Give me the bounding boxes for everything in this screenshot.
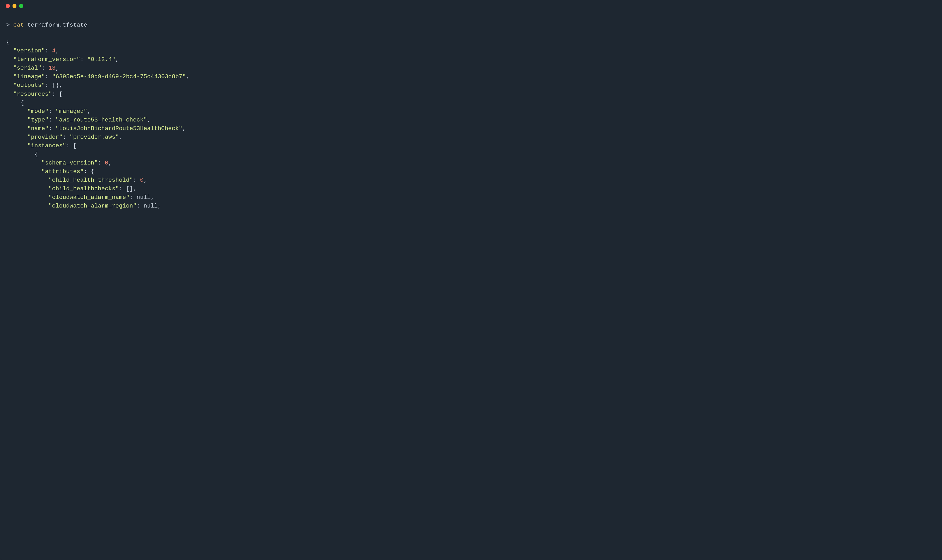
code-line: "child_health_threshold": 0, — [6, 176, 936, 185]
code-line: "schema_version": 0, — [6, 159, 936, 168]
command-arg: terraform.tfstate — [24, 22, 87, 28]
close-icon[interactable] — [6, 4, 10, 8]
code-line: "provider": "provider.aws", — [6, 133, 936, 142]
command-line: > cat terraform.tfstate — [6, 21, 936, 29]
title-bar — [0, 0, 942, 12]
code-line: "resources": [ — [6, 90, 936, 98]
terminal-window: > cat terraform.tfstate { "version": 4, … — [0, 0, 942, 560]
code-line: { — [6, 150, 936, 159]
code-line: "attributes": { — [6, 168, 936, 176]
prompt: > — [6, 22, 13, 28]
code-line: { — [6, 98, 936, 107]
code-line: "cloudwatch_alarm_region": null, — [6, 202, 936, 211]
code-line: "mode": "managed", — [6, 107, 936, 116]
code-line: "serial": 13, — [6, 64, 936, 72]
maximize-icon[interactable] — [19, 4, 23, 8]
code-line: "terraform_version": "0.12.4", — [6, 55, 936, 64]
code-line: "cloudwatch_alarm_name": null, — [6, 193, 936, 202]
command: cat — [13, 22, 24, 28]
terminal-content[interactable]: > cat terraform.tfstate { "version": 4, … — [0, 12, 942, 211]
code-line: "outputs": {}, — [6, 81, 936, 90]
code-line: "type": "aws_route53_health_check", — [6, 116, 936, 125]
minimize-icon[interactable] — [12, 4, 17, 8]
code-line: "instances": [ — [6, 142, 936, 150]
code-line: "name": "LouisJohnBichardRoute53HealthCh… — [6, 125, 936, 133]
blank-line — [6, 29, 936, 38]
code-line: "lineage": "6395ed5e-49d9-d469-2bc4-75c4… — [6, 72, 936, 81]
code-line: "version": 4, — [6, 47, 936, 55]
code-line: { — [6, 38, 936, 47]
code-line: "child_healthchecks": [], — [6, 185, 936, 193]
